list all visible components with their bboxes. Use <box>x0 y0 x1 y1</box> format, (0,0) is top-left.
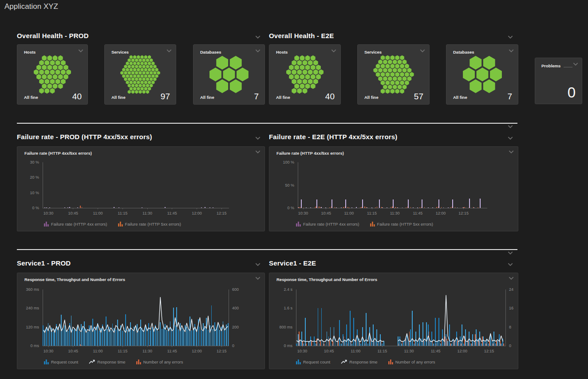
honeycomb-hex[interactable] <box>135 65 138 68</box>
honeycomb-hex[interactable] <box>303 88 308 94</box>
honeycomb-hex[interactable] <box>135 78 138 81</box>
honeycomb-hex[interactable] <box>63 74 68 79</box>
honeycomb-hex[interactable] <box>137 81 140 84</box>
honeycomb-hex[interactable] <box>402 68 406 73</box>
honeycomb-hex[interactable] <box>463 68 475 82</box>
honeycomb-hex[interactable] <box>230 56 242 70</box>
honeycomb-hex[interactable] <box>294 83 299 89</box>
health-tile-services-prod[interactable]: Services All fine 97 <box>104 44 176 105</box>
honeycomb-hex[interactable] <box>130 62 133 65</box>
honeycomb-hex[interactable] <box>122 74 125 78</box>
chevron-down-icon[interactable] <box>509 49 514 52</box>
honeycomb-hex[interactable] <box>385 72 390 77</box>
honeycomb-hex[interactable] <box>300 83 305 89</box>
honeycomb-hex[interactable] <box>128 71 131 74</box>
honeycomb-hex[interactable] <box>383 76 387 81</box>
honeycomb-hex[interactable] <box>133 68 136 71</box>
honeycomb-hex[interactable] <box>142 65 146 68</box>
honeycomb-hosts-prod[interactable] <box>21 55 83 94</box>
honeycomb-hex[interactable] <box>122 68 125 71</box>
honeycomb-hex[interactable] <box>286 70 291 75</box>
health-tile-databases-prod[interactable]: Databases All fine 7 <box>193 44 265 105</box>
honeycomb-hex[interactable] <box>383 68 387 73</box>
plot-area[interactable] <box>298 162 488 209</box>
honeycomb-hex[interactable] <box>58 55 63 61</box>
honeycomb-hex[interactable] <box>400 89 404 94</box>
honeycomb-hex[interactable] <box>292 88 296 94</box>
honeycomb-hex[interactable] <box>53 74 58 79</box>
honeycomb-hex[interactable] <box>308 79 313 84</box>
honeycomb-hex[interactable] <box>303 70 308 75</box>
honeycomb-hex[interactable] <box>375 72 380 77</box>
honeycomb-hex[interactable] <box>144 68 147 71</box>
honeycomb-hex[interactable] <box>44 88 49 94</box>
honeycomb-hex[interactable] <box>146 71 149 74</box>
honeycomb-hex[interactable] <box>128 65 131 68</box>
honeycomb-hex[interactable] <box>131 78 134 81</box>
honeycomb-hex[interactable] <box>130 81 133 84</box>
honeycomb-hex[interactable] <box>209 68 221 82</box>
honeycomb-hex[interactable] <box>385 80 390 85</box>
honeycomb-hex[interactable] <box>237 68 249 82</box>
honeycomb-hex[interactable] <box>148 68 151 71</box>
honeycomb-hex[interactable] <box>138 84 142 87</box>
honeycomb-hex[interactable] <box>297 70 302 75</box>
honeycomb-hex[interactable] <box>144 62 147 65</box>
honeycomb-hex[interactable] <box>126 81 129 84</box>
chevron-down-icon[interactable] <box>508 251 513 254</box>
honeycomb-hex[interactable] <box>153 65 156 68</box>
honeycomb-hex[interactable] <box>397 85 402 90</box>
honeycomb-hex[interactable] <box>130 74 133 78</box>
honeycomb-hex[interactable] <box>42 74 47 79</box>
honeycomb-hex[interactable] <box>148 87 151 90</box>
honeycomb-hex[interactable] <box>400 80 404 85</box>
honeycomb-hex[interactable] <box>380 72 385 77</box>
honeycomb-hex[interactable] <box>383 59 387 64</box>
honeycomb-hex[interactable] <box>44 79 49 84</box>
honeycomb-hex[interactable] <box>395 80 399 85</box>
honeycomb-hex[interactable] <box>144 55 147 59</box>
honeycomb-hex[interactable] <box>61 79 66 84</box>
honeycomb-hex[interactable] <box>305 83 310 89</box>
honeycomb-hex[interactable] <box>297 79 302 84</box>
honeycomb-hex[interactable] <box>142 71 146 74</box>
honeycomb-hex[interactable] <box>58 74 63 79</box>
chart-tile-service-e2e[interactable]: Response time, Throughput and Number of … <box>269 273 518 369</box>
honeycomb-hex[interactable] <box>378 68 383 73</box>
honeycomb-hex[interactable] <box>395 89 399 94</box>
honeycomb-hex[interactable] <box>137 87 140 90</box>
honeycomb-hex[interactable] <box>476 68 488 82</box>
honeycomb-hex[interactable] <box>39 60 44 65</box>
honeycomb-hex[interactable] <box>36 74 41 79</box>
honeycomb-hex[interactable] <box>400 55 404 60</box>
honeycomb-hex[interactable] <box>50 70 55 75</box>
honeycomb-hex[interactable] <box>316 65 321 70</box>
honeycomb-hex[interactable] <box>150 78 153 81</box>
honeycomb-hex[interactable] <box>297 60 302 65</box>
chevron-down-icon[interactable] <box>255 263 260 266</box>
honeycomb-hex[interactable] <box>146 84 149 87</box>
honeycomb-hex[interactable] <box>292 60 296 65</box>
honeycomb-hex[interactable] <box>151 81 154 84</box>
honeycomb-hex[interactable] <box>311 65 316 70</box>
honeycomb-hex[interactable] <box>157 71 160 74</box>
honeycomb-hex[interactable] <box>66 70 71 75</box>
honeycomb-hex[interactable] <box>400 64 404 69</box>
honeycomb-hex[interactable] <box>151 68 154 71</box>
honeycomb-hex[interactable] <box>308 60 313 65</box>
honeycomb-hex[interactable] <box>140 62 143 65</box>
honeycomb-hex[interactable] <box>313 70 318 75</box>
honeycomb-hex[interactable] <box>58 65 63 70</box>
honeycomb-hex[interactable] <box>292 70 296 75</box>
honeycomb-hex[interactable] <box>407 76 411 81</box>
honeycomb-hex[interactable] <box>148 74 151 78</box>
honeycomb-hex[interactable] <box>131 65 134 68</box>
honeycomb-hex[interactable] <box>133 62 136 65</box>
honeycomb-hex[interactable] <box>308 70 313 75</box>
honeycomb-hex[interactable] <box>131 90 134 94</box>
honeycomb-hex[interactable] <box>144 87 147 90</box>
honeycomb-hex[interactable] <box>390 89 395 94</box>
honeycomb-hex[interactable] <box>289 74 294 79</box>
honeycomb-hex[interactable] <box>131 71 134 74</box>
honeycomb-hex[interactable] <box>138 65 142 68</box>
